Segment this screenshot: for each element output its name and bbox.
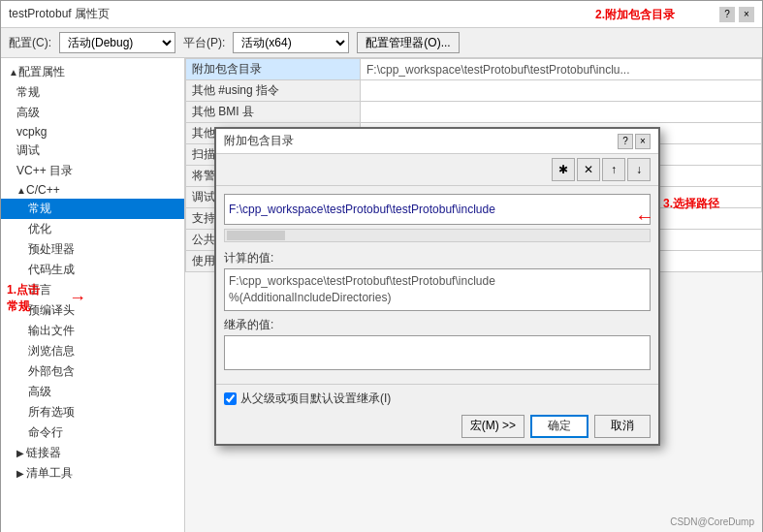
table-row-include-dirs[interactable]: 附加包含目录 F:\cpp_workspace\testProtobuf\tes… — [186, 59, 762, 80]
cancel-button[interactable]: 取消 — [594, 415, 651, 438]
config-dropdown[interactable]: 活动(Debug) — [59, 32, 175, 53]
prop-label: 其他 BMI 县 — [186, 102, 361, 123]
dialog-title: 附加包含目录 — [224, 133, 294, 149]
prop-value — [361, 80, 762, 102]
dialog-title-buttons: ? × — [618, 134, 651, 149]
footer-buttons: 宏(M) >> 确定 取消 — [224, 415, 651, 438]
tree-item-general[interactable]: 常规 — [1, 82, 184, 103]
move-down-button[interactable]: ↓ — [627, 158, 651, 181]
prop-value — [361, 102, 762, 123]
tree-item-manifest[interactable]: ▶ 清单工具 — [1, 463, 184, 484]
config-label: 配置(C): — [9, 35, 51, 51]
tree-item-cpp-general[interactable]: 常规 — [1, 199, 184, 219]
window-title: testProtobuf 属性页 — [9, 6, 110, 22]
tree-item-browse[interactable]: 浏览信息 — [1, 341, 184, 361]
tree-item-preprocessor[interactable]: 预处理器 — [1, 239, 184, 260]
dialog-help-button[interactable]: ? — [618, 134, 633, 149]
tree-item-all-options[interactable]: 所有选项 — [1, 402, 184, 422]
watermark: CSDN@CoreDump — [670, 516, 754, 527]
tree-label-manifest: 清单工具 — [26, 465, 73, 482]
tree-item-external[interactable]: 外部包含 — [1, 361, 184, 382]
annotation-click-general: 1.点击 常规 — [7, 282, 40, 315]
add-icon: ✱ — [558, 163, 568, 176]
path-box[interactable]: F:\cpp_workspace\testProtobuf\testProtob… — [224, 194, 651, 225]
computed-label: 计算的值: — [224, 250, 651, 266]
table-row-using[interactable]: 其他 #using 指令 — [186, 80, 762, 102]
dialog-close-button[interactable]: × — [635, 134, 651, 149]
tree-label-cpp: C/C++ — [26, 183, 60, 197]
computed-section: 计算的值: F:\cpp_workspace\testProtobuf\test… — [224, 250, 651, 311]
main-window: testProtobuf 属性页 ? × 配置(C): 活动(Debug) 平台… — [0, 0, 763, 532]
help-button[interactable]: ? — [719, 7, 735, 22]
right-arrow-icon: ← — [635, 205, 654, 228]
inherited-label: 继承的值: — [224, 317, 651, 333]
platform-label: 平台(P): — [183, 35, 225, 51]
platform-dropdown[interactable]: 活动(x64) — [233, 32, 349, 53]
path-value: F:\cpp_workspace\testProtobuf\testProtob… — [229, 203, 495, 216]
scrollbar-thumb — [227, 231, 285, 240]
tree-item-linker[interactable]: ▶ 链接器 — [1, 443, 184, 463]
tree-item-optimization[interactable]: 优化 — [1, 219, 184, 239]
tree-item-codegen[interactable]: 代码生成 — [1, 260, 184, 280]
dialog: 附加包含目录 ? × ✱ ✕ ↑ ↓ F:\cpp_wo — [214, 127, 660, 446]
delete-path-button[interactable]: ✕ — [577, 158, 600, 181]
tree-item-advanced[interactable]: 高级 — [1, 103, 184, 123]
collapse-arrow: ▲ — [9, 67, 18, 78]
tree-label-linker: 链接器 — [26, 445, 61, 461]
tree-item-cpp-advanced[interactable]: 高级 — [1, 382, 184, 402]
macro-button[interactable]: 宏(M) >> — [461, 415, 525, 438]
toolbar-row: 配置(C): 活动(Debug) 平台(P): 活动(x64) 配置管理器(O)… — [1, 28, 762, 58]
tree-item-vc-dirs[interactable]: VC++ 目录 — [1, 161, 184, 181]
down-icon: ↓ — [636, 163, 642, 176]
title-controls: ? × — [719, 7, 754, 22]
annotation-select-path: 3.选择路径 — [663, 196, 760, 212]
inherited-value — [224, 335, 651, 370]
ok-button[interactable]: 确定 — [530, 415, 588, 438]
dialog-toolbar: ✱ ✕ ↑ ↓ — [216, 154, 658, 186]
prop-label: 其他 #using 指令 — [186, 80, 361, 102]
cpp-collapse-arrow: ▲ — [16, 185, 26, 196]
delete-icon: ✕ — [584, 163, 593, 176]
prop-value: F:\cpp_workspace\testProtobuf\testProtob… — [361, 59, 762, 80]
table-row-bmi[interactable]: 其他 BMI 县 — [186, 102, 762, 123]
tree-item-debug[interactable]: 调试 — [1, 141, 184, 161]
dialog-content: F:\cpp_workspace\testProtobuf\testProtob… — [216, 186, 658, 384]
move-up-button[interactable]: ↑ — [602, 158, 625, 181]
up-icon: ↑ — [611, 163, 617, 176]
tree-item-output[interactable]: 输出文件 — [1, 321, 184, 341]
add-path-button[interactable]: ✱ — [552, 158, 575, 181]
manifest-arrow: ▶ — [16, 468, 26, 479]
checkbox-row: 从父级或项目默认设置继承(I) — [224, 391, 651, 407]
left-arrow-icon: → — [69, 288, 86, 308]
computed-value: F:\cpp_workspace\testProtobuf\testProtob… — [224, 268, 651, 311]
top-annotation: 2.附加包含目录 — [595, 7, 675, 23]
dialog-footer: 从父级或项目默认设置继承(I) 宏(M) >> 确定 取消 — [216, 384, 658, 444]
tree-item-vcpkg[interactable]: vcpkg — [1, 123, 184, 141]
inherit-label: 从父级或项目默认设置继承(I) — [240, 391, 391, 407]
linker-arrow: ▶ — [16, 448, 26, 458]
inherit-checkbox[interactable] — [224, 392, 237, 405]
inherited-section: 继承的值: — [224, 317, 651, 370]
tree-item-cpp-root[interactable]: ▲ C/C++ — [1, 181, 184, 199]
dialog-title-bar: 附加包含目录 ? × — [216, 129, 658, 154]
tree-item-config-root[interactable]: ▲ 配置属性 — [1, 62, 184, 82]
close-button[interactable]: × — [739, 7, 754, 22]
tree-item-cmdline[interactable]: 命令行 — [1, 422, 184, 443]
horizontal-scrollbar[interactable] — [224, 229, 651, 242]
config-manager-button[interactable]: 配置管理器(O)... — [357, 32, 459, 53]
tree-label: 配置属性 — [18, 64, 65, 80]
prop-label: 附加包含目录 — [186, 59, 361, 80]
